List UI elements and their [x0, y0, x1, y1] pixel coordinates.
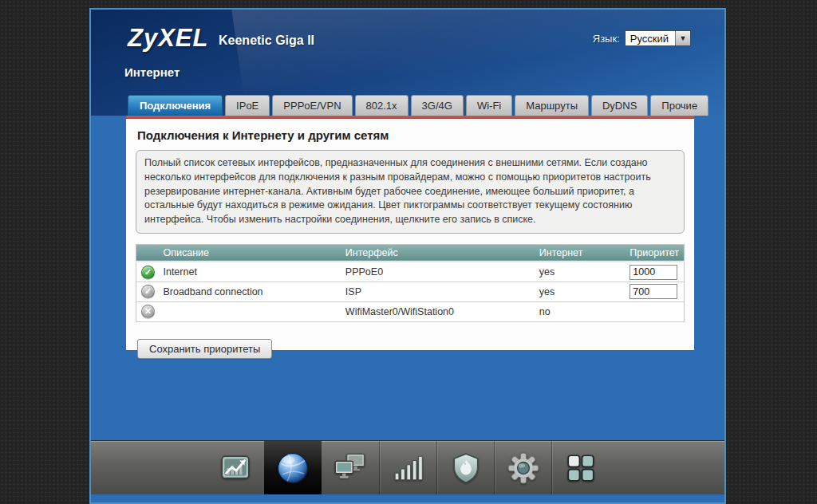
connections-table: Описание Интерфейс Интернет Приоритет ✓ …	[136, 244, 685, 322]
connection-description	[160, 301, 341, 321]
content-panel: Подключения к Интернету и другим сетям П…	[126, 119, 694, 350]
tab-bar: Подключения IPoE PPPoE/VPN 802.1x 3G/4G …	[128, 95, 708, 116]
tab-dydns[interactable]: DyDNS	[591, 95, 648, 116]
language-select[interactable]: Русский ▼	[625, 30, 691, 46]
tab-connections[interactable]: Подключения	[128, 95, 223, 116]
tab-routes[interactable]: Маршруты	[515, 95, 589, 116]
table-row[interactable]: ✓ Internet PPPoE0 yes	[136, 262, 685, 282]
table-row[interactable]: ✕ WifiMaster0/WifiStation0 no	[136, 301, 685, 321]
language-label: Язык:	[593, 33, 620, 45]
priority-input[interactable]	[630, 284, 677, 299]
header: ZyXEL Keenetic Giga II Язык: Русский ▼ И…	[91, 10, 724, 116]
tab-other[interactable]: Прочие	[650, 95, 708, 116]
internet-globe-icon	[274, 450, 311, 486]
description-column-header: Описание	[160, 244, 341, 262]
section-title: Интернет	[124, 65, 180, 79]
connection-internet: yes	[536, 262, 626, 282]
connection-internet: no	[536, 301, 626, 321]
connection-interface: WifiMaster0/WifiStation0	[342, 301, 536, 321]
nav-applications[interactable]	[551, 441, 609, 495]
status-standby-icon: ✓	[141, 285, 155, 298]
table-row[interactable]: ✓ Broadband connection ISP yes	[136, 282, 685, 301]
internet-column-header: Интернет	[536, 244, 626, 262]
device-model: Keenetic Giga II	[219, 33, 314, 48]
language-select-value: Русский	[626, 31, 675, 45]
security-shield-icon	[449, 451, 483, 485]
status-column-header	[136, 244, 160, 262]
tab-3g4g[interactable]: 3G/4G	[411, 95, 464, 116]
language-selector: Язык: Русский ▼	[593, 30, 691, 46]
status-down-icon: ✕	[141, 305, 155, 318]
table-header-row: Описание Интерфейс Интернет Приоритет	[136, 244, 685, 262]
connection-description: Broadband connection	[160, 282, 341, 301]
connection-description: Internet	[160, 262, 341, 282]
connection-interface: PPPoE0	[342, 262, 536, 282]
tab-pppoe-vpn[interactable]: PPPoE/VPN	[272, 95, 352, 116]
tab-8021x[interactable]: 802.1x	[355, 95, 408, 116]
tab-wifi[interactable]: Wi-Fi	[466, 95, 512, 116]
router-admin-window: ZyXEL Keenetic Giga II Язык: Русский ▼ И…	[89, 8, 726, 504]
connection-interface: ISP	[342, 282, 536, 301]
status-up-icon: ✓	[141, 266, 155, 279]
chevron-down-icon[interactable]: ▼	[675, 31, 690, 45]
toolbar-footer-strip	[91, 494, 724, 504]
applications-grid-icon	[564, 451, 598, 485]
wifi-signal-icon	[392, 451, 425, 485]
priority-column-header: Приоритет	[626, 244, 684, 262]
tab-ipoe[interactable]: IPoE	[225, 95, 270, 116]
nav-home-network[interactable]	[322, 441, 379, 495]
nav-internet[interactable]	[264, 441, 322, 495]
nav-settings[interactable]	[494, 441, 551, 495]
nav-security[interactable]	[436, 441, 494, 495]
zyxel-logo: ZyXEL	[128, 24, 208, 53]
save-priorities-button[interactable]: Сохранить приоритеты	[137, 339, 272, 359]
home-network-icon	[333, 451, 368, 486]
nav-system-monitor[interactable]	[207, 441, 264, 495]
interface-column-header: Интерфейс	[342, 244, 536, 262]
page-title: Подключения к Интернету и другим сетям	[137, 128, 685, 142]
settings-gear-icon	[507, 451, 540, 485]
bottom-toolbar	[91, 440, 724, 494]
description-box: Полный список сетевых интерфейсов, предн…	[136, 150, 685, 234]
nav-wifi-signal[interactable]	[379, 441, 436, 495]
connection-internet: yes	[536, 282, 626, 301]
system-monitor-icon	[219, 451, 252, 485]
priority-input[interactable]	[630, 265, 677, 280]
